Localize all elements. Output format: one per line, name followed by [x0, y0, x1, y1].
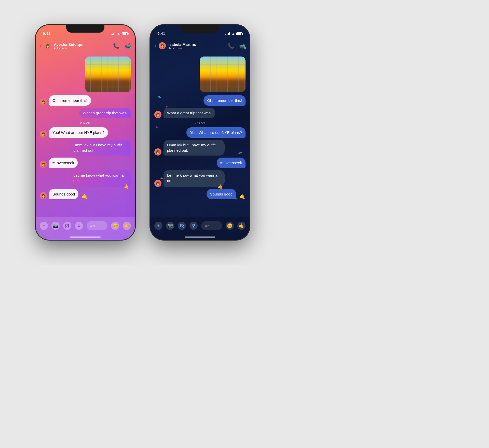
msg-row-3-light: 👩 Yoo! What are our NYE plans?: [40, 127, 131, 138]
msg-bubble-1-light: Oh, I remember this!: [49, 95, 91, 106]
status-icons-light: ▲: [111, 32, 128, 36]
emoji-button-light[interactable]: 😊: [111, 222, 119, 230]
contact-avatar-dark: 👩: [159, 42, 166, 49]
contact-status-light: Active now: [54, 47, 111, 50]
msg-bubble-6-light: Let me know what you wanna do! 👍: [70, 170, 131, 187]
msg-avatar-5-light: 👩: [40, 161, 47, 168]
msg-row-7-dark: Sounds good 🤙: [154, 189, 246, 199]
notch: [66, 25, 104, 33]
msg-avatar-1-dark: 👩: [154, 111, 161, 118]
contact-name-light: Ayesha Siddiqui: [54, 42, 111, 47]
msg-row-2-light: What a great trip that was.: [40, 108, 131, 118]
msg-row-6-dark: 👩 Let me know what you wanna do! 👍: [154, 170, 246, 187]
msg-row-1-dark: 👩 What a great trip that was.: [154, 108, 246, 118]
gallery-button-light[interactable]: 🖼: [63, 222, 71, 230]
msg-avatar-1-light: 👩: [40, 99, 47, 106]
messages-area-dark: Oh, I remember this! 👩 What a great trip…: [150, 54, 250, 217]
timestamp-1-light: 9:41 AM: [40, 121, 131, 124]
sticker-button-light[interactable]: 🤙: [123, 222, 131, 230]
msg-bubble-7-dark: Sounds good: [207, 189, 236, 199]
msg-row-7-light: 👩 Sounds good 🤙: [40, 189, 131, 199]
msg-bubble-3-light: Yoo! What are our NYE plans?: [49, 127, 108, 138]
shared-image-container-light: [40, 57, 131, 92]
wifi-icon-dark: ▲: [232, 32, 235, 36]
shared-photo-light: [85, 57, 131, 92]
reaction-thumbs-up-light: 👍: [124, 184, 129, 189]
chat-header-light: ‹ 👩 Ayesha Siddiqui Active now 📞 📹: [36, 38, 135, 54]
wifi-icon-light: ▲: [117, 32, 120, 36]
contact-name-dark: Isabela Martins: [168, 42, 225, 47]
emoji-button-dark[interactable]: 😊: [226, 222, 234, 230]
msg-row-5-light: 👩 #Lovetoseeit: [40, 158, 131, 168]
msg-bubble-4-light: Hmm idk but I have my outfit planned out…: [70, 140, 131, 156]
chat-header-dark: ‹ 👩 Isabela Martins Active now 📞 📹: [150, 38, 250, 54]
video-button-light[interactable]: 📹: [125, 43, 131, 49]
mic-button-light[interactable]: 🎙: [75, 222, 83, 230]
camera-button-dark[interactable]: 📷: [166, 222, 174, 230]
status-icons-dark: ▲: [225, 32, 242, 36]
battery-icon-dark: [236, 32, 242, 35]
phone-dark: 9:41 ▲ ‹ 👩: [150, 25, 250, 240]
timestamp-1-dark: 9:41 AM: [154, 121, 246, 124]
sticker-1-light: 🤙: [82, 193, 88, 199]
msg-row-1-light: 👩 Oh, I remember this!: [40, 95, 131, 106]
status-time-dark: 9:41: [157, 31, 165, 36]
mic-button-dark[interactable]: 🎙: [189, 222, 198, 230]
msg-bubble-1-dark: What a great trip that was.: [164, 108, 215, 118]
msg-avatar-6-dark: 👩: [154, 180, 161, 187]
contact-info-light: Ayesha Siddiqui Active now: [54, 42, 111, 50]
status-time-light: 9:41: [43, 31, 50, 36]
signal-icon-dark: [225, 32, 230, 35]
notch-dark: [181, 25, 219, 33]
messages-area-light: 👩 Oh, I remember this! What a great trip…: [36, 54, 135, 217]
sticker-1-dark: 🤙: [239, 193, 246, 199]
camera-button-light[interactable]: 📷: [51, 222, 60, 230]
call-button-dark[interactable]: 📞: [228, 43, 234, 49]
msg-row-5-dark: #Lovetoseeit: [154, 158, 246, 168]
msg-bubble-3-dark: Yoo! What are our NYE plans?: [186, 127, 246, 138]
msg-avatar-7-light: 👩: [40, 192, 47, 199]
msg-row-4-dark: 👩 Hmm idk but I have my outfit planned o…: [154, 140, 246, 156]
msg-bubble-0-dark: Oh, I remember this!: [203, 95, 246, 106]
signal-icon-light: [111, 32, 115, 35]
msg-avatar-4-dark: 👩: [154, 148, 161, 156]
video-button-dark[interactable]: 📹: [239, 43, 246, 49]
home-indicator-light: [70, 236, 101, 238]
contact-status-dark: Active now: [168, 47, 225, 50]
contact-avatar-light: 👩: [44, 42, 51, 49]
plus-button-dark[interactable]: +: [154, 222, 162, 230]
msg-bubble-4-dark: Hmm idk but I have my outfit planned out…: [164, 140, 225, 156]
header-actions-light: 📞 📹: [113, 43, 131, 49]
msg-row-0-dark: Oh, I remember this!: [154, 95, 246, 106]
msg-bubble-5-light: #Lovetoseeit: [49, 158, 78, 168]
shared-image-container-dark: [154, 57, 246, 92]
call-button-light[interactable]: 📞: [113, 43, 119, 49]
msg-bubble-5-dark: #Lovetoseeit: [217, 158, 246, 168]
back-button-light[interactable]: ‹: [40, 43, 42, 49]
video-active-dot-light: [130, 47, 131, 49]
msg-bubble-7-light: Sounds good: [49, 189, 78, 199]
msg-row-4-light: Hmm idk but I have my outfit planned out…: [40, 140, 131, 156]
msg-avatar-3-light: 👩: [40, 131, 47, 138]
message-input-light[interactable]: Aa: [87, 221, 107, 230]
msg-bubble-6-dark: Let me know what you wanna do! 👍: [164, 170, 225, 187]
sticker-button-dark[interactable]: 🤙: [237, 222, 246, 230]
home-indicator-dark: [185, 236, 215, 238]
message-input-dark[interactable]: Aa: [201, 221, 222, 230]
video-active-dot-dark: [244, 47, 246, 49]
phone-light: 9:41 ▲ ‹ 👩: [36, 25, 135, 240]
plus-button-light[interactable]: +: [40, 222, 48, 230]
reaction-thumbs-up-dark: 👍: [218, 184, 223, 189]
shared-photo-dark: [200, 57, 246, 92]
msg-row-6-light: Let me know what you wanna do! 👍: [40, 170, 131, 187]
battery-icon-light: [122, 32, 128, 35]
msg-row-3-dark: Yoo! What are our NYE plans?: [154, 127, 246, 138]
contact-info-dark: Isabela Martins Active now: [168, 42, 225, 50]
msg-bubble-2-light: What a great trip that was.: [79, 108, 131, 118]
header-actions-dark: 📞 📹: [228, 43, 246, 49]
back-button-dark[interactable]: ‹: [154, 43, 156, 49]
gallery-button-dark[interactable]: 🖼: [178, 222, 186, 230]
